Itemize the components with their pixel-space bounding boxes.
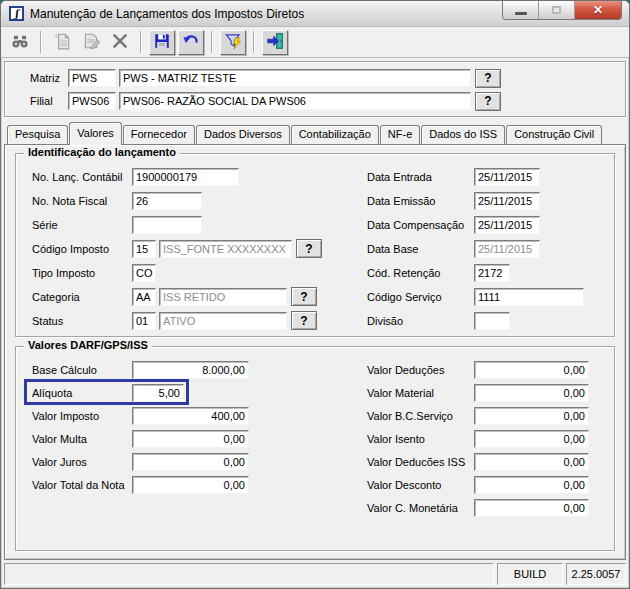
- tab-valores[interactable]: Valores: [69, 122, 121, 145]
- save-button[interactable]: [149, 30, 175, 55]
- value-field[interactable]: 26: [132, 192, 202, 210]
- valores-left-column: Base Cálculo8.000,00Alíquota5,00Valor Im…: [32, 360, 367, 521]
- toolbar-separator: [140, 31, 142, 53]
- value-field[interactable]: 0,00: [474, 407, 589, 425]
- field-label: Código Imposto: [32, 243, 132, 255]
- field-label: Divisão: [367, 315, 474, 327]
- value-field[interactable]: 0,00: [474, 476, 589, 494]
- value-field[interactable]: 0,00: [474, 384, 589, 402]
- value-field[interactable]: 0,00: [474, 499, 589, 517]
- field-label: Valor Deduções: [367, 364, 474, 376]
- filter-button[interactable]: [220, 30, 246, 55]
- description-field[interactable]: ISS_FONTE XXXXXXXX: [159, 240, 292, 258]
- field-row: Tipo ImpostoCO: [32, 263, 367, 282]
- code-field[interactable]: 15: [132, 240, 156, 258]
- value-field[interactable]: 5,00: [132, 384, 184, 402]
- tab-dados-do-iss[interactable]: Dados do ISS: [421, 125, 505, 144]
- code-field[interactable]: 01: [132, 312, 156, 330]
- value-field[interactable]: 0,00: [474, 361, 589, 379]
- value-field[interactable]: 1900000179: [132, 168, 239, 186]
- field-row: Código Imposto15ISS_FONTE XXXXXXXX?: [32, 239, 367, 258]
- field-label: Série: [32, 219, 132, 231]
- maximize-button[interactable]: [539, 1, 575, 19]
- field-label: Valor Total da Nota: [32, 479, 132, 491]
- filial-description-field[interactable]: PWS06- RAZÃO SOCIAL DA PWS06: [119, 92, 471, 110]
- minimize-icon: [515, 12, 527, 15]
- field-label: Código Serviço: [367, 291, 474, 303]
- field-row: Data Compensação25/11/2015: [367, 215, 614, 234]
- valores-right-column: Valor Deduções0,00Valor Material0,00Valo…: [367, 360, 614, 521]
- tab-nf-e[interactable]: NF-e: [380, 125, 420, 144]
- field-row: Valor Juros0,00: [32, 452, 367, 471]
- exit-button[interactable]: [262, 30, 288, 55]
- field-row: No. Lanç. Contábil1900000179: [32, 167, 367, 186]
- exit-door-icon: [266, 32, 284, 52]
- filial-lookup-button[interactable]: ?: [475, 92, 501, 111]
- new-document-icon: [53, 32, 71, 52]
- new-button[interactable]: [49, 30, 75, 55]
- field-row: Valor Isento0,00: [367, 429, 614, 448]
- group-identificacao-legend: Identificação do lançamento: [24, 146, 180, 158]
- matriz-code-field[interactable]: PWS: [68, 69, 116, 87]
- field-label: Valor Deducões ISS: [367, 456, 474, 468]
- status-message-panel: [4, 563, 494, 585]
- filial-code-field[interactable]: PWS06: [68, 92, 116, 110]
- minimize-button[interactable]: [503, 1, 539, 19]
- matriz-description-field[interactable]: PWS - MATRIZ TESTE: [119, 69, 471, 87]
- description-field[interactable]: ISS RETIDO: [159, 288, 287, 306]
- field-label: Data Emissão: [367, 195, 474, 207]
- close-button[interactable]: ✕: [575, 1, 621, 19]
- tab-dados-diversos[interactable]: Dados Diversos: [196, 125, 290, 144]
- toolbar-separator: [211, 31, 213, 53]
- field-label: Valor Imposto: [32, 410, 132, 422]
- value-field[interactable]: 0,00: [132, 453, 249, 471]
- group-valores-legend: Valores DARF/GPS/ISS: [24, 339, 152, 351]
- binoculars-icon: [11, 32, 29, 52]
- field-label: Valor Multa: [32, 433, 132, 445]
- value-field[interactable]: 1111: [474, 288, 584, 306]
- lookup-help-button[interactable]: ?: [291, 311, 317, 330]
- field-label: No. Lanç. Contábil: [32, 171, 132, 183]
- undo-button[interactable]: [178, 30, 204, 55]
- value-field[interactable]: 0,00: [132, 430, 249, 448]
- app-window: ʃ Manutenção de Lançamentos dos Impostos…: [0, 0, 630, 589]
- value-field[interactable]: 400,00: [132, 407, 249, 425]
- field-row: Base Cálculo8.000,00: [32, 360, 367, 379]
- tab-pesquisa[interactable]: Pesquisa: [7, 125, 68, 144]
- field-label: Valor Desconto: [367, 479, 474, 491]
- description-field[interactable]: ATIVO: [159, 312, 287, 330]
- group-valores: Valores DARF/GPS/ISS Base Cálculo8.000,0…: [15, 346, 615, 551]
- field-row: Data Base25/11/2015: [367, 239, 614, 258]
- tab-contabiliza-o[interactable]: Contabilização: [291, 125, 379, 144]
- field-label: Valor Isento: [367, 433, 474, 445]
- field-row: Valor Deducões ISS0,00: [367, 452, 614, 471]
- value-field[interactable]: [474, 312, 510, 330]
- delete-button[interactable]: [107, 30, 133, 55]
- value-field[interactable]: 0,00: [132, 476, 249, 494]
- value-field[interactable]: 2172: [474, 264, 510, 282]
- matriz-lookup-button[interactable]: ?: [475, 69, 501, 88]
- group-identificacao: Identificação do lançamento No. Lanç. Co…: [15, 153, 615, 337]
- lookup-help-button[interactable]: ?: [296, 239, 322, 258]
- tab-constru-o-civil[interactable]: Construção Civil: [506, 125, 602, 144]
- tab-fornecedor[interactable]: Fornecedor: [123, 125, 195, 144]
- value-field[interactable]: 25/11/2015: [474, 192, 540, 210]
- find-button[interactable]: [7, 30, 33, 55]
- status-version-panel: 2.25.0057: [566, 563, 626, 585]
- field-label: Alíquota: [32, 387, 132, 399]
- code-field[interactable]: CO: [132, 264, 156, 282]
- value-field[interactable]: [132, 216, 202, 234]
- value-field[interactable]: 25/11/2015: [474, 168, 540, 186]
- value-field[interactable]: 25/11/2015: [474, 216, 540, 234]
- value-field[interactable]: 0,00: [474, 430, 589, 448]
- lookup-help-button[interactable]: ?: [291, 287, 317, 306]
- field-row: Valor Multa0,00: [32, 429, 367, 448]
- field-row: Divisão: [367, 311, 614, 330]
- app-icon: ʃ: [9, 6, 24, 21]
- edit-button[interactable]: [78, 30, 104, 55]
- close-icon: ✕: [593, 3, 603, 17]
- field-label: Cód. Retenção: [367, 267, 474, 279]
- code-field[interactable]: AA: [132, 288, 156, 306]
- value-field[interactable]: 0,00: [474, 453, 589, 471]
- value-field[interactable]: 8.000,00: [132, 361, 249, 379]
